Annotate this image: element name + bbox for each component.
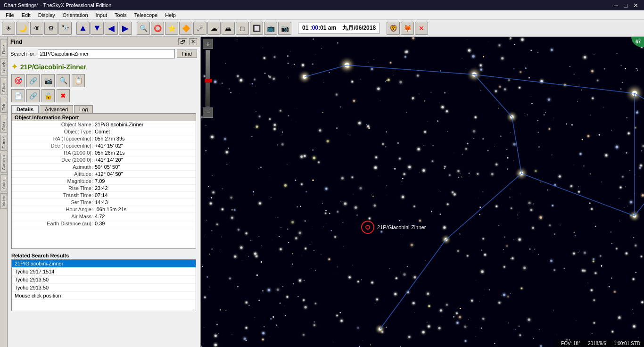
comet-circle-inner bbox=[365, 225, 370, 230]
tb-btn-star[interactable]: ⭐ bbox=[165, 22, 178, 35]
info-row: Altitude:+12° 04' 50" bbox=[12, 171, 196, 178]
search-input[interactable] bbox=[38, 49, 175, 58]
zoom-controls: + − bbox=[203, 39, 213, 118]
tab-log[interactable]: Log bbox=[74, 105, 93, 113]
close-button[interactable]: ✕ bbox=[631, 2, 640, 9]
object-info-content[interactable]: Object Name:21P/Giacobini-ZinnerObject T… bbox=[12, 121, 196, 248]
tb-btn-2[interactable]: 🌙 bbox=[16, 22, 29, 35]
action-clipboard-btn[interactable]: 📋 bbox=[72, 74, 85, 87]
find-button[interactable]: Find bbox=[177, 50, 197, 58]
maximize-button[interactable]: □ bbox=[622, 2, 629, 9]
tb-btn-right[interactable]: ▶ bbox=[119, 22, 132, 35]
action-photo-btn[interactable]: 📷 bbox=[41, 74, 55, 87]
sidebar-label-dome[interactable]: Dome bbox=[0, 135, 7, 151]
left-sidebar: Date... Labels Char... Tele... Obse... D… bbox=[0, 37, 8, 347]
object-info: Object Information Report Object Name:21… bbox=[11, 113, 196, 249]
related-item[interactable]: 21P/Giacobini-Zinner bbox=[12, 260, 196, 268]
tb-btn-zoom2[interactable]: ⭕ bbox=[151, 22, 164, 35]
action-center-btn[interactable]: 🎯 bbox=[11, 74, 25, 87]
action-delete-btn[interactable]: ✖ bbox=[57, 89, 70, 102]
tb-btn-nav2[interactable]: 🦊 bbox=[401, 22, 414, 35]
action-icon-row-1: 🎯 🔗 📷 🔍 📋 bbox=[11, 74, 196, 87]
info-val: 4.72 bbox=[95, 214, 105, 219]
sidebar-label-obse[interactable]: Obse... bbox=[0, 115, 7, 133]
tb-btn-planet[interactable]: 🔶 bbox=[179, 22, 192, 35]
info-row: Earth Distance (au):0.39 bbox=[12, 220, 196, 227]
menu-file[interactable]: File bbox=[2, 11, 18, 19]
menu-display[interactable]: Display bbox=[34, 11, 59, 19]
tb-btn-screen[interactable]: 📺 bbox=[264, 22, 277, 35]
toolbar-datetime: 01 :00:01 am 九月/06/2018 bbox=[298, 23, 380, 33]
related-item[interactable]: Tycho 2917:1514 bbox=[12, 268, 196, 276]
menu-edit[interactable]: Edit bbox=[18, 11, 34, 19]
info-val: Comet bbox=[95, 129, 110, 134]
zoom-in-btn[interactable]: + bbox=[203, 39, 213, 49]
app-title: Chart Settings* - TheSkyX Professional E… bbox=[4, 2, 111, 8]
tb-btn-3[interactable]: 👁 bbox=[30, 22, 43, 35]
sidebar-label-tele[interactable]: Tele... bbox=[0, 97, 7, 113]
info-val: 07:14 bbox=[95, 192, 108, 198]
tb-btn-zoom1[interactable]: 🔍 bbox=[137, 22, 150, 35]
window-controls: ─ □ ✕ bbox=[612, 2, 640, 9]
sidebar-label-auto[interactable]: Auto... bbox=[0, 174, 7, 191]
action-doc-btn[interactable]: 📄 bbox=[11, 89, 25, 102]
menu-telescope[interactable]: Telescope bbox=[131, 11, 162, 19]
tb-btn-cam[interactable]: 📷 bbox=[278, 22, 291, 35]
tb-btn-nav1[interactable]: 🦁 bbox=[387, 22, 400, 35]
tb-btn-5[interactable]: 🔭 bbox=[58, 22, 72, 35]
menu-help[interactable]: Help bbox=[161, 11, 180, 19]
panel-restore-btn[interactable]: 🗗 bbox=[178, 38, 187, 45]
tab-advanced[interactable]: Advanced bbox=[40, 105, 73, 113]
comet-marker: 21P/Giacobini-Zinner bbox=[361, 221, 426, 234]
minimize-button[interactable]: ─ bbox=[612, 2, 620, 9]
info-row: Rise Time:23:42 bbox=[12, 185, 196, 192]
info-key: Altitude: bbox=[15, 171, 95, 177]
related-section: Related Search Results 21P/Giacobini-Zin… bbox=[11, 253, 196, 311]
tab-details[interactable]: Details bbox=[11, 105, 39, 113]
info-key: RA (2000.0): bbox=[15, 150, 95, 156]
menu-orientation[interactable]: Orientation bbox=[59, 11, 92, 19]
tb-btn-nav3[interactable]: ✕ bbox=[415, 22, 428, 35]
tb-btn-4[interactable]: ⚙ bbox=[44, 22, 58, 35]
sidebar-label-camera[interactable]: Camera bbox=[0, 153, 7, 173]
tb-btn-comet[interactable]: ☄ bbox=[193, 22, 206, 35]
related-list[interactable]: 21P/Giacobini-ZinnerTycho 2917:1514Tycho… bbox=[11, 259, 196, 311]
related-item[interactable]: Mouse click position bbox=[12, 292, 196, 300]
tb-btn-up[interactable]: ▲ bbox=[76, 22, 90, 35]
statusbar: FOV: 18° 2018/9/6 1:00:01 STD bbox=[557, 340, 644, 347]
sidebar-label-char[interactable]: Char... bbox=[0, 77, 7, 95]
sidebar-label-video[interactable]: Video bbox=[0, 193, 7, 209]
zoom-handle bbox=[205, 79, 212, 83]
info-row: Transit Time:07:14 bbox=[12, 192, 196, 199]
action-search-btn[interactable]: 🔍 bbox=[57, 74, 70, 87]
info-key: Set Time: bbox=[15, 199, 95, 205]
info-val: 05h 27m 39s bbox=[95, 136, 125, 141]
tb-btn-down[interactable]: ▼ bbox=[91, 22, 104, 35]
info-key: Dec (Topocentric): bbox=[15, 143, 95, 149]
panel-controls: 🗗 ✕ bbox=[178, 38, 197, 45]
action-lock-btn[interactable]: 🔒 bbox=[41, 89, 55, 102]
related-item[interactable]: Tycho 2913:50 bbox=[12, 284, 196, 292]
panel-close-btn[interactable]: ✕ bbox=[189, 38, 197, 45]
tb-btn-sq2[interactable]: 🔲 bbox=[250, 22, 263, 35]
action-link2-btn[interactable]: 🔗 bbox=[26, 89, 40, 102]
sidebar-label-date[interactable]: Date... bbox=[0, 39, 7, 57]
menu-input[interactable]: Input bbox=[92, 11, 111, 19]
related-item[interactable]: Tycho 2913:50 bbox=[12, 276, 196, 284]
menu-tools[interactable]: Tools bbox=[111, 11, 131, 19]
tb-btn-1[interactable]: ☀ bbox=[2, 22, 15, 35]
info-key: Magnitude: bbox=[15, 178, 95, 184]
tb-btn-cloud[interactable]: ☁ bbox=[207, 22, 221, 35]
sky-view[interactable]: + − 21P/Giacobini-Zinner FOV: 18° 2018/9… bbox=[201, 37, 644, 347]
tb-btn-sq1[interactable]: ◻ bbox=[236, 22, 249, 35]
sidebar-label-labels[interactable]: Labels bbox=[0, 58, 7, 76]
action-link-btn[interactable]: 🔗 bbox=[26, 74, 40, 87]
comet-star-icon: ✦ bbox=[11, 62, 17, 71]
search-row: Search for: Find bbox=[8, 47, 200, 60]
status-fov: FOV: 18° bbox=[561, 341, 580, 346]
tb-btn-mountain[interactable]: ⛰ bbox=[222, 22, 235, 35]
zoom-out-btn[interactable]: − bbox=[203, 107, 213, 118]
zoom-slider[interactable] bbox=[206, 50, 210, 107]
tb-btn-left[interactable]: ◀ bbox=[105, 22, 118, 35]
info-key: Earth Distance (au): bbox=[15, 221, 95, 226]
